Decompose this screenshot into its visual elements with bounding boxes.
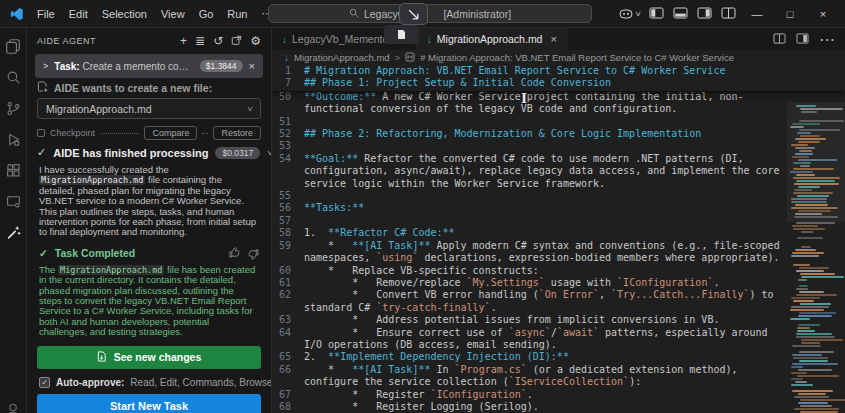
line-content: ## Phase 1: Project Setup & Initial Code… [304,77,845,89]
open-in-editor-icon[interactable] [231,35,242,46]
account-icon[interactable] [2,399,24,413]
editor-layout-icon[interactable] [796,30,809,48]
close-task-icon[interactable]: × [249,60,255,72]
activity-bar [0,28,27,413]
checkpoint-row: Checkpoint Compare Restore [37,126,261,140]
start-new-task-button[interactable]: Start New Task [37,394,261,413]
toggle-secondary-sidebar-button[interactable] [697,5,712,23]
code-line: 67 * Register `IConfiguration`. [272,389,845,401]
line-number: 7 [272,77,304,89]
code-editor[interactable]: 1# Migration Approach: VB.NET Email Repo… [272,65,845,413]
tab-label: MigrationApproach.md [437,33,543,45]
toggle-primary-sidebar-button[interactable] [649,5,664,23]
code-line: 51 [272,116,845,128]
aide-agent-sidebar: AIDE AGENT + ≣ ↺ ⚙ > Task: Create a meme… [27,28,272,413]
file-dropdown[interactable]: MigrationApproach.md > [37,98,261,119]
code-line: 59 * **[AI Task]** Apply modern C# synta… [272,240,845,265]
auto-approve-options: Read, Edit, Commands, Browser, MCP [130,377,272,388]
task-completed-row: ✓ Task Completed [39,247,259,260]
markdown-file-icon: ↓ [284,52,289,63]
line-content: * **[AI Task]** Apply modern C# syntax a… [304,240,845,265]
menu-view[interactable]: View [154,8,192,20]
check-icon: ✓ [37,146,46,159]
extensions-icon[interactable] [2,159,24,181]
line-content: * Convert VB error handling (`On Error`,… [304,289,845,314]
minimize-button[interactable]: — [745,8,769,20]
compare-button[interactable]: Compare [144,126,197,140]
menu-go[interactable]: Go [192,8,221,20]
line-content: **Tasks:** [304,202,845,214]
auto-approve-row[interactable]: ✓ Auto-approve: Read, Edit, Commands, Br… [39,377,259,388]
line-content: * Register `IConfiguration`. [304,389,845,401]
thumbs-down-icon[interactable] [248,247,259,260]
task-result-text: The MigrationApproach.md file has been c… [39,265,259,338]
close-window-button[interactable]: × [811,8,835,20]
clipboard-overlay-icon [384,25,419,44]
sticky-scroll: 1# Migration Approach: VB.NET Email Repo… [272,65,845,91]
line-content: # Migration Approach: VB.NET Email Repor… [304,65,845,77]
auto-approve-checkbox[interactable]: ✓ [39,377,50,388]
code-line: 56**Tasks:** [272,202,845,214]
new-task-icon[interactable]: + [180,35,187,47]
task-list-icon[interactable]: ≣ [195,35,205,47]
new-file-notice: AIDE wants to create a new file: [27,81,271,96]
customize-layout-button[interactable] [721,5,736,23]
code-line: 50**Outcome:** A new C# Worker Service p… [272,91,845,116]
line-content [304,116,845,128]
menu-file[interactable]: File [30,8,62,20]
command-center-search[interactable]: LegacyC [Administrator] [268,4,592,23]
run-debug-icon[interactable] [2,128,24,150]
finished-row[interactable]: ✓ AIDE has finished processing $0.0317 > [27,143,271,161]
line-content [304,190,845,202]
code-line: 66 * **[AI Task]** In `Program.cs` (or a… [272,364,845,389]
toggle-panel-button[interactable] [673,5,688,23]
code-line: 1# Migration Approach: VB.NET Email Repo… [272,65,845,77]
more-actions-icon[interactable]: ⋯ [819,30,835,49]
source-control-icon[interactable] [2,97,24,119]
line-number: 52 [272,128,304,140]
code-line: 60 * Replace VB-specific constructs: [272,265,845,277]
code-line: 54**Goal:** Refactor the converted C# co… [272,153,845,190]
breadcrumb-file[interactable]: MigrationApproach.md [294,52,390,63]
menu-edit[interactable]: Edit [62,8,95,20]
line-number: 63 [272,314,304,326]
aide-agent-icon[interactable] [2,221,24,243]
chevron-down-icon: > [244,106,254,111]
minimap[interactable] [787,102,845,413]
see-new-changes-button[interactable]: See new changes [37,346,261,369]
task-header[interactable]: > Task: Create a memento considering t..… [35,54,263,78]
task-cost-badge: $1.3844 [200,60,243,72]
chevron-down-icon: > [632,11,642,16]
code-line: 52## Phase 2: Refactoring, Modernization… [272,128,845,140]
menu-run[interactable]: Run [220,8,254,20]
line-content: * Remove/replace `My.Settings` usage wit… [304,277,845,289]
search-icon[interactable] [2,66,24,88]
line-content: **Outcome:** A new C# Worker Service pro… [304,91,845,116]
split-editor-icon[interactable] [773,30,786,48]
tab-migrationapproach-md[interactable]: ↓MigrationApproach.md× [417,28,568,50]
line-number: 60 [272,265,304,277]
copilot-button[interactable]: > [619,8,640,20]
code-line: 7## Phase 1: Project Setup & Initial Cod… [272,77,845,89]
menu-selection[interactable]: Selection [95,8,154,20]
restore-button-checkpoint[interactable]: Restore [213,126,261,140]
editor-group: ↓LegacyVb_Memento.md↓MigrationApproach.m… [272,28,845,413]
check-icon: ✓ [39,247,48,259]
close-tab-icon[interactable]: × [550,33,556,45]
processing-cost-badge: $0.0317 [215,147,260,159]
code-line: 581. **Refactor C# Code:** [272,227,845,239]
panel-title: AIDE AGENT [37,36,172,46]
markdown-file-icon: ↓ [427,34,432,45]
cursor-overlay-icon [399,3,428,25]
preview-icon[interactable] [2,190,24,212]
line-content: ## Phase 2: Refactoring, Modernization &… [304,128,845,140]
history-icon[interactable]: ↺ [213,35,223,47]
line-content: * Ensure correct use of `async`/`await` … [304,327,845,352]
breadcrumb[interactable]: ↓ MigrationApproach.md > # Migration App… [272,50,845,65]
thumbs-up-icon[interactable] [229,247,240,260]
breadcrumb-symbol[interactable]: # Migration Approach: VB.NET Email Repor… [420,52,734,63]
explorer-icon[interactable] [2,35,24,57]
restore-button[interactable]: □ [778,8,802,20]
settings-icon[interactable]: ⚙ [250,35,261,47]
task-label: Task: [54,61,79,72]
